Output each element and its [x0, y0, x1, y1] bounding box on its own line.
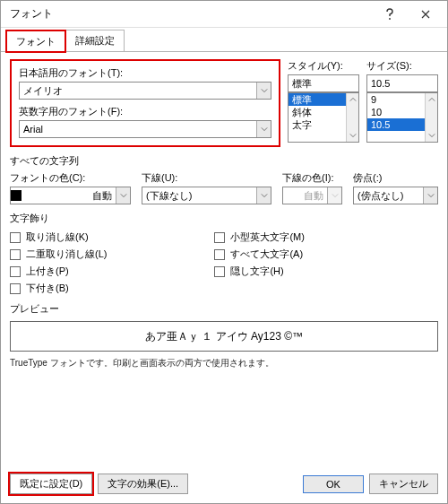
- close-icon: [421, 10, 430, 19]
- font-selection-group: 日本語用のフォント(T): メイリオ 英数字用のフォント(F): Arial: [10, 59, 280, 147]
- sup-check[interactable]: 上付き(P): [10, 265, 107, 278]
- smallcaps-check[interactable]: 小型英大文字(M): [214, 230, 305, 244]
- jp-font-label: 日本語用のフォント(T):: [19, 66, 271, 80]
- allchars-section-label: すべての文字列: [10, 154, 438, 168]
- hidden-check[interactable]: 隠し文字(H): [214, 265, 305, 278]
- text-effects-button[interactable]: 文字の効果(E)...: [98, 474, 188, 494]
- scroll-up-icon: [347, 93, 358, 106]
- help-button[interactable]: [372, 2, 408, 27]
- titlebar: フォント: [1, 1, 447, 28]
- ascii-font-label: 英数字用のフォント(F):: [19, 105, 271, 118]
- list-item[interactable]: 9: [367, 93, 425, 106]
- close-button[interactable]: [408, 2, 444, 27]
- list-item[interactable]: 標準: [289, 93, 346, 106]
- jp-font-combo[interactable]: メイリオ: [19, 82, 271, 100]
- chevron-down-icon: [116, 187, 130, 204]
- scrollbar[interactable]: [425, 93, 437, 142]
- chevron-down-icon: [256, 187, 271, 204]
- size-listbox[interactable]: 9 10 10.5: [366, 92, 438, 143]
- chevron-down-icon: [256, 83, 271, 99]
- scroll-down-icon: [426, 129, 437, 142]
- checkbox-icon: [10, 266, 21, 277]
- tab-font[interactable]: フォント: [6, 30, 65, 52]
- set-default-button[interactable]: 既定に設定(D): [10, 474, 92, 494]
- fontcolor-combo[interactable]: 自動: [10, 187, 131, 204]
- dialog-title: フォント: [10, 6, 372, 22]
- ulcolor-label: 下線の色(I):: [282, 171, 342, 185]
- style-listbox[interactable]: 標準 斜体 太字: [288, 92, 359, 143]
- underline-combo[interactable]: (下線なし): [142, 187, 271, 204]
- preview-box: あア亜Ａｙ １ アイウ Ay123 ©™: [10, 321, 438, 352]
- truetype-note: TrueType フォントです。印刷と画面表示の両方で使用されます。: [10, 357, 438, 369]
- fontcolor-label: フォントの色(C):: [10, 171, 131, 185]
- emph-label: 傍点(:): [353, 171, 438, 185]
- color-swatch: [11, 190, 22, 201]
- style-input[interactable]: 標準: [288, 74, 359, 92]
- checkbox-icon: [10, 249, 21, 260]
- decor-section-label: 文字飾り: [10, 212, 438, 225]
- scrollbar[interactable]: [346, 93, 358, 142]
- list-item[interactable]: 太字: [289, 118, 346, 131]
- list-item[interactable]: 10.5: [367, 118, 425, 131]
- checkbox-icon: [10, 232, 21, 243]
- list-item[interactable]: 斜体: [289, 106, 346, 118]
- ascii-font-combo[interactable]: Arial: [19, 120, 271, 138]
- scroll-down-icon: [347, 129, 358, 142]
- chevron-down-icon: [327, 187, 341, 204]
- preview-section-label: プレビュー: [10, 302, 438, 316]
- checkbox-icon: [214, 266, 225, 277]
- ulcolor-combo: 自動: [282, 187, 342, 204]
- sub-check[interactable]: 下付き(B): [10, 282, 107, 295]
- size-label: サイズ(S):: [366, 59, 438, 73]
- list-item[interactable]: 10: [367, 106, 425, 118]
- emph-combo[interactable]: (傍点なし): [353, 187, 438, 204]
- checkbox-icon: [10, 283, 21, 294]
- ok-button[interactable]: OK: [303, 475, 364, 493]
- dblstrike-check[interactable]: 二重取り消し線(L): [10, 248, 107, 261]
- checkbox-icon: [214, 249, 225, 260]
- help-icon: [385, 8, 394, 21]
- size-input[interactable]: 10.5: [366, 74, 438, 92]
- preview-text: あア亜Ａｙ １ アイウ Ay123 ©™: [145, 329, 303, 344]
- scroll-up-icon: [426, 93, 437, 106]
- style-label: スタイル(Y):: [288, 59, 359, 73]
- chevron-down-icon: [423, 187, 437, 204]
- tab-advanced[interactable]: 詳細設定: [65, 30, 125, 51]
- tabs: フォント 詳細設定: [1, 28, 447, 52]
- allcaps-check[interactable]: すべて大文字(A): [214, 248, 305, 261]
- cancel-button[interactable]: キャンセル: [369, 474, 438, 494]
- chevron-down-icon: [256, 121, 271, 137]
- underline-label: 下線(U):: [142, 171, 271, 185]
- checkbox-icon: [214, 232, 225, 243]
- strike-check[interactable]: 取り消し線(K): [10, 230, 107, 244]
